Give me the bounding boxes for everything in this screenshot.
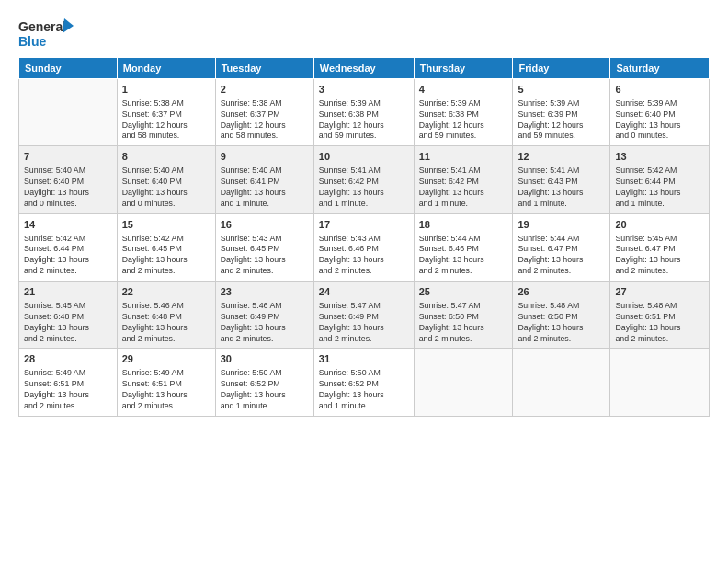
day-number: 6 [615,83,704,97]
calendar-page: GeneralBlue SundayMondayTuesdayWednesday… [0,0,728,563]
calendar-cell: 18Sunrise: 5:44 AM Sunset: 6:46 PM Dayli… [414,213,513,281]
day-number: 19 [518,218,605,232]
calendar-header-sunday: Sunday [19,58,118,79]
calendar-cell: 6Sunrise: 5:39 AM Sunset: 6:40 PM Daylig… [610,79,710,146]
calendar-cell: 9Sunrise: 5:40 AM Sunset: 6:41 PM Daylig… [215,146,313,213]
day-info: Sunrise: 5:45 AM Sunset: 6:47 PM Dayligh… [615,234,704,278]
calendar-cell [610,349,710,416]
calendar-cell: 31Sunrise: 5:50 AM Sunset: 6:52 PM Dayli… [313,349,414,416]
calendar-header-wednesday: Wednesday [313,58,414,79]
calendar-cell: 29Sunrise: 5:49 AM Sunset: 6:51 PM Dayli… [117,349,215,416]
calendar-cell: 21Sunrise: 5:45 AM Sunset: 6:48 PM Dayli… [19,282,118,349]
day-info: Sunrise: 5:39 AM Sunset: 6:40 PM Dayligh… [615,98,704,143]
day-number: 29 [122,352,210,366]
day-number: 21 [24,285,112,299]
day-info: Sunrise: 5:41 AM Sunset: 6:43 PM Dayligh… [518,166,605,210]
day-number: 7 [24,150,112,164]
day-info: Sunrise: 5:38 AM Sunset: 6:37 PM Dayligh… [221,98,309,143]
calendar-cell: 12Sunrise: 5:41 AM Sunset: 6:43 PM Dayli… [513,146,610,213]
day-info: Sunrise: 5:47 AM Sunset: 6:50 PM Dayligh… [419,301,508,345]
calendar-cell: 2Sunrise: 5:38 AM Sunset: 6:37 PM Daylig… [215,79,313,146]
day-number: 9 [221,150,309,164]
day-info: Sunrise: 5:50 AM Sunset: 6:52 PM Dayligh… [319,368,409,412]
day-number: 1 [122,83,210,97]
calendar-cell: 20Sunrise: 5:45 AM Sunset: 6:47 PM Dayli… [610,213,710,281]
day-info: Sunrise: 5:44 AM Sunset: 6:46 PM Dayligh… [419,234,508,278]
day-number: 17 [319,218,409,232]
day-number: 13 [615,150,704,164]
day-info: Sunrise: 5:42 AM Sunset: 6:45 PM Dayligh… [122,234,210,278]
day-info: Sunrise: 5:48 AM Sunset: 6:51 PM Dayligh… [615,301,704,345]
calendar-header-saturday: Saturday [610,58,710,79]
day-info: Sunrise: 5:40 AM Sunset: 6:41 PM Dayligh… [221,166,309,210]
day-number: 3 [319,83,409,97]
calendar-cell [513,349,610,416]
calendar-header-friday: Friday [513,58,610,79]
calendar-cell: 25Sunrise: 5:47 AM Sunset: 6:50 PM Dayli… [414,282,513,349]
day-number: 2 [221,83,309,97]
day-info: Sunrise: 5:43 AM Sunset: 6:46 PM Dayligh… [319,234,409,278]
day-number: 31 [319,352,409,366]
day-info: Sunrise: 5:39 AM Sunset: 6:38 PM Dayligh… [319,98,409,143]
day-number: 11 [419,150,508,164]
day-number: 4 [419,83,508,97]
day-number: 8 [122,150,210,164]
calendar-week-row: 28Sunrise: 5:49 AM Sunset: 6:51 PM Dayli… [19,349,710,416]
day-number: 28 [24,352,112,366]
day-info: Sunrise: 5:41 AM Sunset: 6:42 PM Dayligh… [419,166,508,210]
day-number: 26 [518,285,605,299]
day-info: Sunrise: 5:50 AM Sunset: 6:52 PM Dayligh… [221,368,309,412]
calendar-cell: 8Sunrise: 5:40 AM Sunset: 6:40 PM Daylig… [117,146,215,213]
day-number: 5 [518,83,605,97]
day-info: Sunrise: 5:40 AM Sunset: 6:40 PM Dayligh… [122,166,210,210]
calendar-cell: 10Sunrise: 5:41 AM Sunset: 6:42 PM Dayli… [313,146,414,213]
calendar-table: SundayMondayTuesdayWednesdayThursdayFrid… [18,57,710,417]
day-info: Sunrise: 5:42 AM Sunset: 6:44 PM Dayligh… [24,234,112,278]
calendar-header-thursday: Thursday [414,58,513,79]
day-number: 22 [122,285,210,299]
day-number: 15 [122,218,210,232]
calendar-cell: 5Sunrise: 5:39 AM Sunset: 6:39 PM Daylig… [513,79,610,146]
calendar-cell: 13Sunrise: 5:42 AM Sunset: 6:44 PM Dayli… [610,146,710,213]
day-info: Sunrise: 5:43 AM Sunset: 6:45 PM Dayligh… [221,234,309,278]
svg-text:General: General [18,19,66,34]
calendar-cell: 19Sunrise: 5:44 AM Sunset: 6:47 PM Dayli… [513,213,610,281]
day-number: 24 [319,285,409,299]
day-number: 14 [24,218,112,232]
day-number: 10 [319,150,409,164]
day-info: Sunrise: 5:41 AM Sunset: 6:42 PM Dayligh… [319,166,409,210]
day-number: 25 [419,285,508,299]
day-info: Sunrise: 5:46 AM Sunset: 6:48 PM Dayligh… [122,301,210,345]
calendar-week-row: 1Sunrise: 5:38 AM Sunset: 6:37 PM Daylig… [19,79,710,146]
calendar-cell: 15Sunrise: 5:42 AM Sunset: 6:45 PM Dayli… [117,213,215,281]
day-info: Sunrise: 5:40 AM Sunset: 6:40 PM Dayligh… [24,166,112,210]
day-number: 12 [518,150,605,164]
calendar-cell: 24Sunrise: 5:47 AM Sunset: 6:49 PM Dayli… [313,282,414,349]
day-info: Sunrise: 5:44 AM Sunset: 6:47 PM Dayligh… [518,234,605,278]
logo-svg: GeneralBlue [18,17,74,50]
calendar-cell: 22Sunrise: 5:46 AM Sunset: 6:48 PM Dayli… [117,282,215,349]
calendar-cell: 26Sunrise: 5:48 AM Sunset: 6:50 PM Dayli… [513,282,610,349]
calendar-header-tuesday: Tuesday [215,58,313,79]
day-info: Sunrise: 5:42 AM Sunset: 6:44 PM Dayligh… [615,166,704,210]
calendar-cell: 16Sunrise: 5:43 AM Sunset: 6:45 PM Dayli… [215,213,313,281]
day-info: Sunrise: 5:49 AM Sunset: 6:51 PM Dayligh… [24,368,112,412]
day-info: Sunrise: 5:48 AM Sunset: 6:50 PM Dayligh… [518,301,605,345]
logo: GeneralBlue [18,17,74,50]
calendar-week-row: 21Sunrise: 5:45 AM Sunset: 6:48 PM Dayli… [19,282,710,349]
calendar-cell: 1Sunrise: 5:38 AM Sunset: 6:37 PM Daylig… [117,79,215,146]
svg-marker-2 [63,18,74,33]
calendar-cell: 3Sunrise: 5:39 AM Sunset: 6:38 PM Daylig… [313,79,414,146]
day-info: Sunrise: 5:39 AM Sunset: 6:38 PM Dayligh… [419,98,508,143]
calendar-cell: 30Sunrise: 5:50 AM Sunset: 6:52 PM Dayli… [215,349,313,416]
calendar-cell [414,349,513,416]
day-info: Sunrise: 5:46 AM Sunset: 6:49 PM Dayligh… [221,301,309,345]
calendar-cell: 23Sunrise: 5:46 AM Sunset: 6:49 PM Dayli… [215,282,313,349]
day-number: 18 [419,218,508,232]
calendar-week-row: 7Sunrise: 5:40 AM Sunset: 6:40 PM Daylig… [19,146,710,213]
calendar-cell: 17Sunrise: 5:43 AM Sunset: 6:46 PM Dayli… [313,213,414,281]
day-info: Sunrise: 5:45 AM Sunset: 6:48 PM Dayligh… [24,301,112,345]
day-info: Sunrise: 5:49 AM Sunset: 6:51 PM Dayligh… [122,368,210,412]
svg-text:Blue: Blue [18,34,47,49]
calendar-cell: 27Sunrise: 5:48 AM Sunset: 6:51 PM Dayli… [610,282,710,349]
